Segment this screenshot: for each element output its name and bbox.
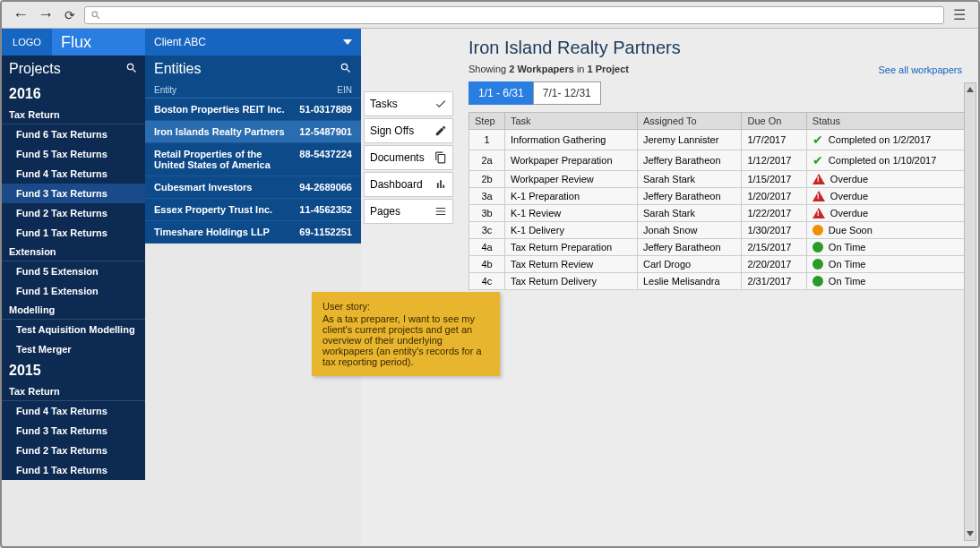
check-icon: ✔ — [812, 153, 823, 167]
project-item[interactable]: Fund 1 Extension — [2, 281, 145, 301]
project-item[interactable]: Fund 4 Tax Returns — [2, 401, 145, 421]
project-item[interactable]: Test Merger — [2, 339, 145, 359]
menu-item-sign-offs[interactable]: Sign Offs — [364, 118, 453, 143]
table-row[interactable]: 4cTax Return DeliveryLeslie Melisandra2/… — [469, 273, 966, 290]
table-row[interactable]: 1Information GatheringJeremy Lannister1/… — [469, 130, 966, 150]
entities-search-icon[interactable] — [340, 62, 352, 77]
menu-item-pages[interactable]: Pages — [364, 199, 453, 224]
entity-ein: 69-1152251 — [299, 227, 352, 237]
menu-item-documents[interactable]: Documents — [364, 145, 453, 170]
project-item[interactable]: Fund 3 Tax Returns — [2, 184, 145, 203]
warning-icon — [812, 191, 825, 201]
cell-task: K-1 Delivery — [505, 222, 638, 239]
table-row[interactable]: 3bK-1 ReviewSarah Stark1/22/2017Overdue — [469, 205, 966, 222]
status-text: On Time — [829, 242, 866, 253]
table-row[interactable]: 2aWorkpaper PreparationJeffery Baratheon… — [469, 150, 966, 171]
table-header: Status — [806, 113, 965, 130]
cell-due: 1/15/2017 — [742, 171, 806, 188]
reload-icon[interactable]: ⟳ — [61, 8, 79, 22]
table-row[interactable]: 4bTax Return ReviewCarl Drogo2/20/2017On… — [469, 256, 966, 273]
entity-row[interactable]: Essex Property Trust Inc.11-4562352 — [145, 199, 361, 221]
date-tab[interactable]: 7/1- 12/31 — [533, 81, 601, 105]
search-icon — [90, 10, 101, 21]
project-item[interactable]: Fund 3 Tax Returns — [2, 421, 145, 441]
entity-row[interactable]: Cubesmart Investors94-2689066 — [145, 176, 361, 199]
url-input[interactable] — [84, 6, 944, 24]
cell-task: Information Gathering — [505, 130, 638, 150]
scrollbar[interactable] — [964, 82, 976, 541]
cell-assigned: Jeffery Baratheon — [637, 239, 742, 256]
status-text: On Time — [829, 276, 866, 287]
cell-task: Tax Return Preparation — [505, 239, 638, 256]
list-icon — [434, 205, 447, 218]
sticky-note: User story: As a tax preparer, I want to… — [312, 292, 500, 376]
scroll-up-icon[interactable] — [965, 83, 976, 96]
projects-sidebar: Projects 2016Tax ReturnFund 6 Tax Return… — [2, 56, 145, 480]
cell-assigned: Carl Drogo — [637, 256, 742, 273]
app-brand: Flux — [52, 29, 145, 56]
copy-icon — [434, 151, 447, 164]
cell-step: 3b — [469, 205, 505, 222]
project-item[interactable]: Fund 1 Tax Returns — [2, 460, 145, 480]
menu-item-tasks[interactable]: Tasks — [364, 91, 453, 116]
table-header: Task — [505, 113, 638, 130]
date-tab[interactable]: 1/1 - 6/31 — [469, 81, 534, 105]
project-item[interactable]: Fund 2 Tax Returns — [2, 441, 145, 460]
entity-row[interactable]: Iron Islands Realty Partners12-5487901 — [145, 121, 361, 143]
table-row[interactable]: 3aK-1 PreparationJeffery Baratheon1/20/2… — [469, 188, 966, 205]
year-header: 2016 — [2, 82, 145, 106]
forward-icon[interactable]: → — [36, 5, 56, 24]
cell-assigned: Sarah Stark — [637, 205, 742, 222]
entities-col-entity: Entity — [154, 85, 176, 95]
scroll-down-icon[interactable] — [965, 527, 976, 540]
back-icon[interactable]: ← — [11, 5, 30, 24]
entity-ein: 51-0317889 — [299, 104, 352, 115]
table-header: Due On — [742, 113, 806, 130]
project-item[interactable]: Fund 5 Tax Returns — [2, 144, 145, 164]
cell-task: Tax Return Delivery — [505, 273, 638, 290]
cell-assigned: Jeffery Baratheon — [637, 150, 742, 171]
menu-label: Pages — [370, 205, 400, 218]
status-text: Overdue — [830, 174, 868, 184]
see-all-workpapers-link[interactable]: See all workpapers — [878, 64, 962, 75]
cell-assigned: Sarah Stark — [637, 171, 742, 188]
client-dropdown[interactable]: Client ABC — [145, 29, 361, 56]
entity-name: Timeshare Holdings LLP — [154, 227, 299, 237]
menu-item-dashboard[interactable]: Dashboard — [364, 172, 453, 197]
project-item[interactable]: Test Aquisition Modelling — [2, 320, 145, 339]
project-item[interactable]: Fund 1 Tax Returns — [2, 223, 145, 243]
cell-assigned: Leslie Melisandra — [637, 273, 742, 290]
status-text: Due Soon — [829, 225, 873, 235]
project-item[interactable]: Fund 5 Extension — [2, 261, 145, 281]
entity-row[interactable]: Retail Properties of the United States o… — [145, 143, 361, 176]
warning-icon — [812, 208, 825, 218]
status-text: Completed on 1/2/2017 — [829, 134, 931, 145]
cell-task: K-1 Preparation — [505, 188, 638, 205]
cell-step: 2a — [469, 150, 505, 171]
project-category: Extension — [2, 243, 145, 261]
cell-due: 2/20/2017 — [742, 256, 806, 273]
entity-name: Boston Properties REIT Inc. — [154, 104, 299, 115]
project-item[interactable]: Fund 4 Tax Returns — [2, 164, 145, 184]
table-row[interactable]: 3cK-1 DeliveryJonah Snow1/30/2017Due Soo… — [469, 222, 966, 239]
table-row[interactable]: 4aTax Return PreparationJeffery Baratheo… — [469, 239, 966, 256]
hamburger-icon[interactable]: ☰ — [950, 6, 969, 23]
table-header: Assigned To — [637, 113, 742, 130]
cell-step: 4c — [469, 273, 505, 290]
entity-name: Retail Properties of the United States o… — [154, 149, 299, 170]
menu-label: Sign Offs — [370, 124, 414, 137]
tasks-table: StepTaskAssigned ToDue OnStatus 1Informa… — [469, 112, 966, 290]
table-row[interactable]: 2bWorkpaper ReviewSarah Stark1/15/2017Ov… — [469, 171, 966, 188]
entity-ein: 88-5437224 — [299, 149, 352, 170]
status-text: Overdue — [830, 208, 868, 218]
projects-search-icon[interactable] — [125, 62, 138, 77]
entity-name: Essex Property Trust Inc. — [154, 204, 299, 215]
project-item[interactable]: Fund 2 Tax Returns — [2, 203, 145, 223]
entities-panel: Entities Entity EIN Boston Properties RE… — [145, 56, 361, 244]
check-icon: ✔ — [812, 133, 823, 147]
table-header: Step — [469, 113, 505, 130]
project-item[interactable]: Fund 6 Tax Returns — [2, 124, 145, 144]
entity-row[interactable]: Timeshare Holdings LLP69-1152251 — [145, 221, 361, 244]
entity-row[interactable]: Boston Properties REIT Inc.51-0317889 — [145, 98, 361, 121]
cell-task: Tax Return Review — [505, 256, 638, 273]
